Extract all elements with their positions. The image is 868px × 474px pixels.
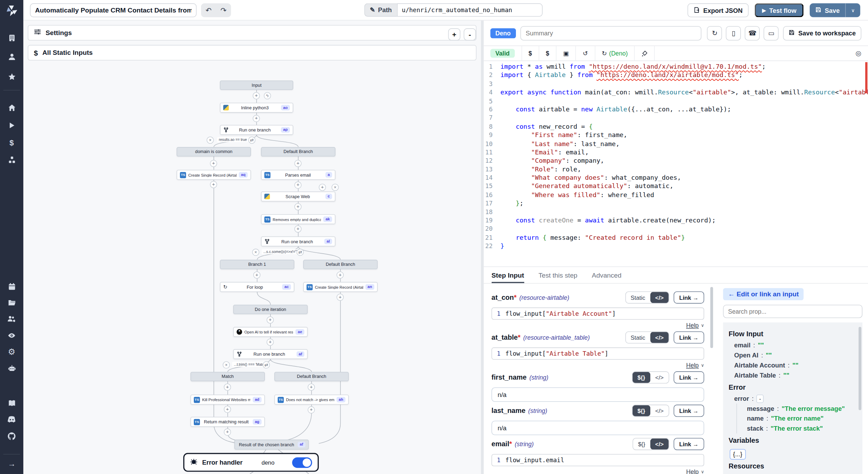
reset-icon[interactable]: ↺ (576, 46, 595, 61)
insert-step-button[interactable]: + (224, 406, 231, 413)
insert-step-button[interactable]: + (294, 203, 302, 210)
code-line[interactable]: 1import * as wmill from "https://deno.la… (484, 63, 868, 71)
code-line[interactable]: 9 "First name": first_name, (484, 131, 868, 140)
assets-icon[interactable]: $ (522, 46, 539, 61)
code-mode-button[interactable]: </> (650, 332, 669, 343)
field-expression-editor[interactable]: 1flow_input["Airtable Table"] (492, 347, 704, 359)
tab-test-this-step[interactable]: Test this step (539, 271, 577, 283)
save-button[interactable]: Save (810, 3, 845, 17)
flow-step-node[interactable]: Run one branchaf (233, 349, 308, 359)
collapse-icon[interactable]: → (0, 459, 23, 468)
library-icon[interactable]: ▣ (557, 46, 576, 61)
redo-button[interactable]: ↷ (216, 3, 231, 17)
code-mode-button[interactable]: </> (650, 439, 669, 450)
flow-virtual-node[interactable]: Result of the chosen branchaf (234, 440, 309, 450)
swap-branch-icon[interactable]: ⇄ (248, 136, 256, 144)
workers-icon[interactable] (0, 364, 23, 373)
insert-step-button[interactable]: + (224, 383, 231, 391)
insert-step-button[interactable]: + (336, 294, 344, 301)
insert-step-button[interactable]: + (294, 225, 302, 232)
prop-row[interactable]: Airtable Account:"" (729, 360, 857, 370)
flow-step-node[interactable]: TSKill Professional Websites mentionsad (191, 395, 265, 405)
code-mode-button[interactable]: </> (650, 292, 669, 303)
code-line[interactable]: 5 (484, 97, 868, 105)
flow-step-node[interactable]: Inline python3ao (220, 103, 293, 113)
help-link[interactable]: Help (686, 322, 699, 329)
flow-step-node[interactable]: *Open AI to tell if relevant resultae (233, 327, 308, 337)
branch-header[interactable]: Branch 1 (220, 260, 294, 269)
first_name-input[interactable]: n/a (492, 387, 704, 402)
static-mode-button[interactable]: Static (626, 332, 650, 343)
tab-step-input[interactable]: Step Input (492, 271, 524, 283)
save-dropdown-button[interactable]: ∨ (846, 3, 860, 17)
code-line[interactable]: 21 return { message: "Created record in … (484, 234, 868, 242)
github-icon[interactable] (0, 432, 23, 441)
flow-step-node[interactable]: TSCreate Single Record (Airtable)an (303, 282, 377, 292)
stop-condition-icon[interactable]: × (223, 361, 230, 369)
docs-icon[interactable] (0, 398, 23, 407)
home-icon[interactable] (0, 103, 23, 112)
favorites-icon[interactable] (0, 72, 23, 81)
prop-row[interactable]: Open AI:"" (729, 350, 857, 360)
groups-icon[interactable] (0, 314, 23, 323)
branch-header[interactable]: Match (191, 372, 265, 381)
windmill-logo-icon[interactable] (0, 3, 23, 18)
schedules-icon[interactable] (0, 282, 23, 291)
diff-icon[interactable]: ◎ (856, 49, 861, 57)
insert-step-button[interactable]: + (253, 115, 260, 122)
flow-step-node[interactable]: TSCreate Single Record (Airtable)aq (177, 170, 251, 180)
swap-branch-icon[interactable]: ⇄ (297, 249, 304, 256)
code-line[interactable]: 3 (484, 80, 868, 88)
prop-row[interactable]: email:"" (729, 340, 857, 350)
static-mode-button[interactable]: ${} (632, 372, 650, 383)
tab-advanced[interactable]: Advanced (592, 271, 621, 283)
insert-step-button[interactable]: + (336, 271, 344, 279)
stop-condition-icon[interactable]: × (252, 249, 259, 256)
save-to-workspace-button[interactable]: Save to workspace (783, 26, 861, 40)
runs-icon[interactable] (0, 121, 23, 130)
resources-icon[interactable] (0, 155, 23, 164)
code-line[interactable]: 7 (484, 114, 868, 122)
branch-header[interactable]: Default Branch (261, 147, 335, 156)
search-prop-input[interactable] (723, 305, 862, 318)
zoom-out-button[interactable]: - (464, 28, 476, 41)
remove-node-icon[interactable]: × (332, 184, 339, 191)
path-input[interactable] (397, 3, 542, 17)
edit-or-link-button[interactable]: ← Edit or link an input (723, 288, 804, 300)
sleep-icon[interactable]: ▭ (764, 26, 779, 40)
code-line[interactable]: 12 "Company": company, (484, 157, 868, 166)
code-line[interactable]: 15 "Generated automatically": automatic, (484, 182, 868, 191)
code-mode-button[interactable]: </> (650, 372, 669, 383)
link-button[interactable]: Link → (674, 371, 704, 383)
reload-lang-button[interactable]: ↻(Deno) (595, 46, 635, 61)
flow-step-node[interactable]: TSReturn matching resultag (191, 417, 265, 427)
insert-step-button[interactable]: + (267, 316, 274, 324)
mobile-icon[interactable]: ▯ (726, 26, 741, 40)
insert-step-button[interactable]: + (294, 160, 302, 167)
flow-virtual-node[interactable]: Do one iteration (233, 305, 308, 314)
static-mode-button[interactable]: ${} (632, 405, 650, 416)
insert-step-button[interactable]: + (210, 181, 217, 188)
code-line[interactable]: 18 (484, 208, 868, 217)
flow-step-node[interactable]: Scrape Webc (261, 192, 335, 202)
prop-row[interactable]: error:- (729, 393, 857, 404)
insert-step-button[interactable]: + (210, 160, 217, 167)
audit-logs-icon[interactable] (0, 331, 23, 340)
link-button[interactable]: Link → (674, 438, 704, 450)
fields-scrollbar[interactable] (710, 287, 713, 348)
prop-row[interactable]: Airtable Table:"" (729, 370, 857, 380)
undo-button[interactable]: ↶ (201, 3, 216, 17)
help-link[interactable]: Help (686, 362, 699, 369)
field-expression-editor[interactable]: 1flow_input["Airtable Account"] (492, 307, 704, 320)
code-line[interactable]: 4export async function main(at_con: wmil… (484, 88, 868, 97)
all-static-inputs-button[interactable]: $ All Static Inputs (28, 45, 476, 61)
flow-virtual-node[interactable]: Input (220, 81, 293, 90)
folders-icon[interactable] (0, 298, 23, 307)
summary-input[interactable] (520, 26, 701, 40)
field-expression-editor[interactable]: 1flow_input.email (492, 454, 704, 466)
link-button[interactable]: Link → (674, 405, 704, 417)
insert-step-button[interactable]: + (308, 406, 315, 414)
format-icon[interactable] (635, 46, 655, 61)
restart-icon[interactable]: ↻ (707, 26, 722, 40)
static-mode-button[interactable]: ${} (633, 439, 650, 450)
